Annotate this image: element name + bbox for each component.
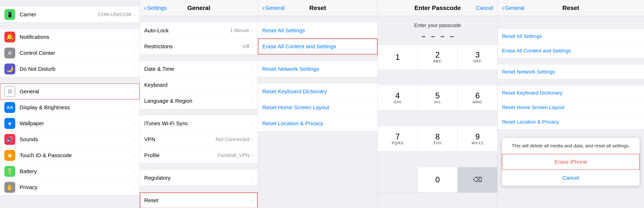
numpad-digit-6: 6: [475, 92, 480, 100]
general-row[interactable]: ⚙ General ›: [0, 83, 140, 99]
p5-list: Reset All Settings Erase All Content and…: [498, 22, 644, 129]
p5-reset-keyboard-label: Reset Keyboard Dictionary: [502, 90, 562, 96]
auto-lock-value: 1 Minute: [230, 27, 249, 33]
general-panel: ‹ Settings General Auto-Lock 1 Minute › …: [140, 0, 258, 208]
notifications-row[interactable]: 🔔 Notifications ›: [0, 29, 140, 45]
touch-id-label: Touch ID & Passcode: [20, 152, 134, 159]
reset-location-row[interactable]: Reset Location & Privacy: [258, 115, 378, 131]
carrier-label: Carrier: [20, 11, 98, 18]
p5-reset-home-label: Reset Home Screen Layout: [502, 105, 564, 110]
p5-erase-all-row[interactable]: Erase All Content and Settings: [498, 43, 644, 58]
language-region-row[interactable]: Language & Region ›: [140, 93, 258, 109]
passcode-nav-title: Enter Passcode: [414, 4, 461, 11]
numpad-7[interactable]: 7 PQRS: [378, 126, 418, 152]
general-icon: ⚙: [4, 86, 15, 97]
battery-label: Battery: [20, 168, 134, 175]
reset-label: Reset: [144, 197, 252, 204]
reset-home-screen-row[interactable]: Reset Home Screen Layout: [258, 99, 378, 115]
notifications-icon: 🔔: [4, 31, 15, 42]
reset-all-settings-row[interactable]: Reset All Settings: [258, 22, 378, 38]
restrictions-row[interactable]: Restrictions Off ›: [140, 38, 258, 54]
numpad-1[interactable]: 1: [378, 44, 418, 70]
control-center-chevron: ›: [134, 50, 135, 56]
numpad-empty: [378, 167, 418, 193]
regulatory-row[interactable]: Regulatory ›: [140, 170, 258, 186]
passcode-dot-4: [450, 36, 454, 37]
sounds-icon: 🔊: [4, 134, 15, 145]
erase-all-content-row[interactable]: Erase All Content and Settings: [258, 38, 378, 54]
restrictions-chevron: ›: [252, 43, 253, 49]
reset-back-button[interactable]: ‹ General: [262, 4, 284, 12]
p5-reset-network-row[interactable]: Reset Network Settings: [498, 65, 644, 79]
alert-body-text: This will delete all media and data, and…: [502, 138, 640, 154]
erase-iphone-button[interactable]: Erase iPhone: [502, 154, 640, 170]
reset-gap-top: [258, 16, 378, 22]
passcode-dot-1: [422, 36, 425, 37]
vpn-row[interactable]: VPN Not Connected ›: [140, 131, 258, 147]
display-brightness-chevron: ›: [134, 105, 135, 110]
restrictions-value: Off: [243, 43, 250, 49]
sounds-chevron: ›: [134, 137, 135, 142]
date-time-row[interactable]: Date & Time ›: [140, 61, 258, 77]
numpad-8[interactable]: 8 TUV: [418, 126, 458, 152]
p5-reset-all-settings-row[interactable]: Reset All Settings: [498, 29, 644, 43]
language-region-chevron: ›: [252, 98, 253, 104]
carrier-row[interactable]: 📱 Carrier CHN-UNICOM ›: [0, 6, 140, 22]
p5-erase-all-label: Erase All Content and Settings: [502, 48, 571, 54]
numpad-letters-5: JKL: [434, 100, 441, 104]
profile-row[interactable]: Profile FanWall_VPN ›: [140, 147, 258, 163]
general-label: General: [20, 88, 134, 95]
reset-keyboard-row[interactable]: Reset Keyboard Dictionary: [258, 83, 378, 99]
numpad-5[interactable]: 5 JKL: [418, 85, 458, 111]
alert-cancel-button[interactable]: Cancel: [502, 170, 640, 186]
p5-back-button[interactable]: ‹ General: [502, 4, 524, 12]
itunes-wifi-row[interactable]: iTunes Wi-Fi Sync ›: [140, 115, 258, 131]
numpad-9[interactable]: 9 WXYZ: [458, 126, 498, 152]
erase-alert-dialog: This will delete all media and data, and…: [502, 138, 640, 186]
display-brightness-row[interactable]: AA Display & Brightness ›: [0, 99, 140, 115]
reset-overlay-panel: ‹ General Reset Reset All Settings Erase…: [498, 0, 644, 208]
reset-network-row[interactable]: Reset Network Settings: [258, 61, 378, 77]
numpad-3[interactable]: 3 DEF: [458, 44, 498, 70]
passcode-prompt-text: Enter your passcode: [378, 16, 498, 33]
reset-settings-list: Reset All Settings Erase All Content and…: [258, 16, 378, 208]
reset-back-arrow-icon: ‹: [262, 4, 264, 12]
carrier-value: CHN-UNICOM: [98, 12, 132, 17]
numpad-digit-0: 0: [435, 176, 440, 184]
p5-reset-keyboard-row[interactable]: Reset Keyboard Dictionary: [498, 86, 644, 100]
keyboard-row[interactable]: Keyboard ›: [140, 77, 258, 93]
auto-lock-row[interactable]: Auto-Lock 1 Minute ›: [140, 22, 258, 38]
wallpaper-row[interactable]: ◈ Wallpaper ›: [0, 115, 140, 131]
touch-id-row[interactable]: ◉ Touch ID & Passcode ›: [0, 147, 140, 163]
numpad-4[interactable]: 4 GHI: [378, 85, 418, 111]
auto-lock-label: Auto-Lock: [144, 27, 230, 33]
numpad-digit-2: 2: [435, 51, 440, 59]
privacy-row[interactable]: ✋ Privacy ›: [0, 179, 140, 195]
p5-reset-location-row[interactable]: Reset Location & Privacy: [498, 115, 644, 129]
p5-reset-home-row[interactable]: Reset Home Screen Layout: [498, 100, 644, 115]
numpad-0[interactable]: 0: [418, 167, 458, 193]
general-gap-2: [140, 109, 258, 115]
do-not-disturb-row[interactable]: 🌙 Do Not Disturb ›: [0, 61, 140, 77]
passcode-cancel-button[interactable]: Cancel: [476, 5, 493, 11]
p5-reset-network-label: Reset Network Settings: [502, 69, 555, 75]
numpad-6[interactable]: 6 MNO: [458, 85, 498, 111]
numpad-digit-1: 1: [395, 53, 400, 61]
reset-nav-bar: ‹ General Reset: [258, 0, 378, 16]
keyboard-chevron: ›: [252, 82, 253, 88]
battery-row[interactable]: 🔋 Battery ›: [0, 163, 140, 179]
sounds-row[interactable]: 🔊 Sounds ›: [0, 131, 140, 147]
erase-all-content-label: Erase All Content and Settings: [262, 43, 336, 49]
numpad-backspace[interactable]: ⌫: [458, 167, 498, 193]
numpad-2[interactable]: 2 ABC: [418, 44, 458, 70]
reset-row[interactable]: Reset ›: [140, 192, 258, 208]
battery-icon: 🔋: [4, 166, 15, 177]
numpad-digit-8: 8: [435, 133, 440, 141]
reset-nav-title: Reset: [309, 4, 326, 11]
general-back-button[interactable]: ‹ Settings: [144, 4, 167, 12]
control-center-row[interactable]: ⊞ Control Center ›: [0, 45, 140, 61]
privacy-chevron: ›: [134, 185, 135, 190]
passcode-dot-2: [431, 36, 435, 37]
numpad-digit-9: 9: [475, 133, 480, 141]
restrictions-label: Restrictions: [144, 43, 243, 49]
